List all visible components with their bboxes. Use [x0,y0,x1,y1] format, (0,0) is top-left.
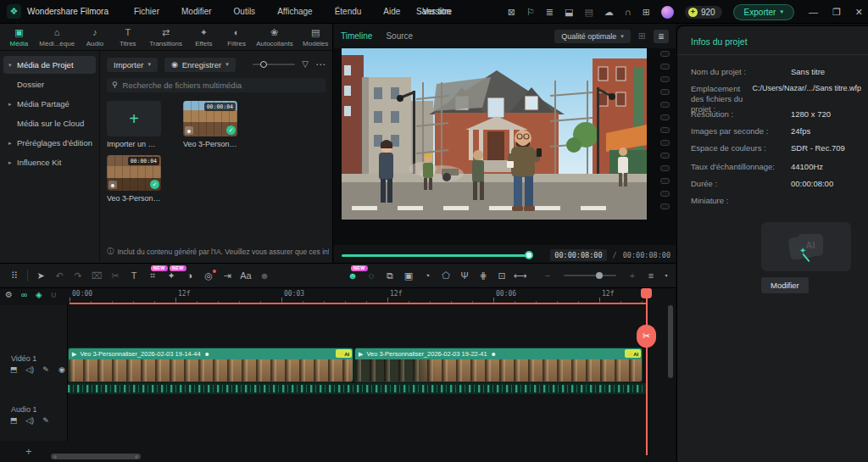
mute-track-icon[interactable]: ◁) [25,417,35,425]
cloud-upload-icon[interactable]: ☁ [604,8,614,17]
tab-effets[interactable]: ✦ Effets [190,27,218,47]
zoom-handle[interactable] [596,272,603,279]
close-button[interactable]: ✕ [855,8,863,17]
export-button[interactable]: Exporter ▾ [733,4,794,20]
tab-titres[interactable]: T Titres [114,27,142,47]
ai-enhanced-badge[interactable]: ⚡AI [625,349,641,358]
tab-filtres[interactable]: ◐ Filtres [223,27,251,47]
playback-progress-bar[interactable] [342,254,530,257]
track-height-icon[interactable]: ≡ [642,271,660,281]
tab-mediatheque[interactable]: ⌂ Médi...èque [38,27,76,47]
split-icon[interactable]: ✂ [106,271,125,281]
audio-levels-icon[interactable]: ≣ [654,30,669,43]
effects-tool-icon[interactable]: ✦NEW [162,271,181,281]
vertical-scrollbar[interactable] [668,305,673,378]
tab-transitions[interactable]: ⇄ Transitions [147,27,185,47]
select-tool-icon[interactable]: ➤ [31,271,50,281]
current-timecode[interactable]: 00:00:08:00 [550,249,606,261]
voiceover-mic-icon[interactable]: Ψ [455,271,474,281]
auto-ripple-icon[interactable]: ⟷ [511,271,530,281]
lock-track-icon[interactable]: ⬒ [8,417,19,425]
hide-track-icon[interactable]: ◉ [57,366,67,374]
menu-outils[interactable]: Outils [234,7,256,16]
support-headset-icon[interactable]: ∩ [625,8,632,17]
crop-tool-icon[interactable]: ⌗NEW [143,271,162,281]
playhead-line[interactable] [646,288,648,455]
credits-badge[interactable]: + 920 [685,6,722,19]
ai-enhanced-badge[interactable]: ⚡AI [336,349,352,358]
project-thumbnail[interactable]: AI ✦ [761,222,851,271]
quality-dropdown[interactable]: Qualité optimale ▾ [554,30,631,43]
menu-aide[interactable]: Aide [383,7,400,16]
media-search-input[interactable]: ⚲ Recherche de fichiers multimédia [107,78,326,92]
preview-video-frame[interactable] [342,48,647,220]
track-effects-icon[interactable]: ✎ [41,417,51,425]
smart-cutout-icon[interactable]: ◌ [362,271,381,281]
preview-tab-source[interactable]: Source [386,31,413,41]
tab-autocollants[interactable]: ❀ Autocollants [256,27,294,47]
edit-thumbnail-button[interactable]: Modifier [761,277,809,293]
ai-avatar-icon[interactable]: ☻NEW [343,271,362,281]
zoom-out-icon[interactable]: − [538,271,557,281]
preview-tab-timeline[interactable]: Timeline [341,31,372,41]
snap-icon[interactable]: ∪ [51,291,57,299]
sidebar-item-media-cloud[interactable]: Média sur le Cloud [3,114,96,132]
audio-waveform-strip[interactable] [68,383,647,394]
tab-modeles[interactable]: ▤ Modèles [298,27,332,47]
save-icon[interactable]: ▤ [584,8,593,17]
export-clip-icon[interactable]: ⇥ [218,271,236,281]
import-media-tile[interactable]: + Importer un média [107,101,161,148]
track-effects-icon[interactable]: ✎ [41,366,51,374]
media-browser-icon[interactable]: ⠿ [5,271,24,281]
face-tool-icon[interactable]: ☻ [255,271,274,281]
restore-button[interactable]: ❐ [832,8,841,17]
scene-detect-icon[interactable]: ▣ [399,271,418,281]
link-clips-icon[interactable]: ∞ [21,291,27,299]
delete-icon[interactable]: ⌧ [87,271,106,281]
mute-track-icon[interactable]: ◁) [25,366,35,374]
playhead-handle[interactable] [641,288,652,298]
megaphone-icon[interactable]: ⚐ [526,8,535,17]
sidebar-item-influence-kit[interactable]: ▸ Influence Kit [3,153,96,171]
timeline-clip-1[interactable]: ▶ Veo 3-Personnaliser_2026-02-03 19-14-4… [68,348,353,382]
layout-dock-icon[interactable]: ⬓ [565,8,573,17]
chevron-down-icon[interactable]: ▾ [662,273,670,278]
sidebar-item-prereglages[interactable]: ▸ Préréglages d'édition [3,134,96,152]
keyframe-icon[interactable]: ◈ [36,291,42,299]
tab-media[interactable]: ▣ Média [5,27,33,47]
progress-handle[interactable] [525,251,533,259]
user-avatar[interactable] [661,6,674,19]
menu-affichage[interactable]: Affichage [277,7,313,16]
share-clip-icon[interactable]: ⧉ [381,271,399,281]
timeline-clip-2[interactable]: ▶ Veo 3-Personnaliser_2026-02-03 19-22-4… [354,348,643,382]
add-track-button[interactable]: + [25,446,32,457]
thumbnail-size-slider[interactable] [253,64,296,65]
translate-icon[interactable]: Aa [236,271,255,281]
denoise-shield-icon[interactable]: ⬠ [437,271,455,281]
audio-mixer-icon[interactable]: ⋕ [474,271,492,281]
text-tool-icon[interactable]: T [125,271,143,281]
horizontal-scrollbar[interactable] [51,454,141,459]
undo-icon[interactable]: ↶ [50,271,69,281]
record-dropdown[interactable]: ◉ Enregistrer ▾ [164,58,236,72]
gift-icon[interactable]: ⊠ [508,8,515,17]
timeline-settings-icon[interactable]: ⚙ [5,291,13,299]
minimize-button[interactable]: — [809,8,818,17]
more-options-icon[interactable]: ⋯ [315,59,326,70]
zoom-in-icon[interactable]: + [623,271,642,281]
menu-modifier[interactable]: Modifier [181,7,212,16]
sidebar-item-media-de-projet[interactable]: ▾ Média de Projet [3,56,96,74]
screen-record-icon[interactable]: ⊡ [492,271,511,281]
media-item-veo3-2[interactable]: 00:00:04 ☻ ✓ Veo 3-Personnaliser... [107,155,161,203]
split-playhead-button[interactable]: ✂ [637,325,656,348]
tab-audio[interactable]: ♪ Audio [81,27,109,47]
menu-fichier[interactable]: Fichier [134,7,159,16]
task-list-icon[interactable]: ≣ [546,8,554,17]
apps-grid-icon[interactable]: ⊞ [643,8,650,17]
ai-tool-icon[interactable]: ◎ [199,271,218,281]
lock-track-icon[interactable]: ⬒ [8,366,19,374]
timeline-zoom-slider[interactable] [564,275,616,276]
sidebar-item-media-partage[interactable]: ▸ Média Partagé [3,95,96,113]
menu-etendu[interactable]: Étendu [335,7,362,16]
speed-icon[interactable]: ◔ [418,271,437,281]
